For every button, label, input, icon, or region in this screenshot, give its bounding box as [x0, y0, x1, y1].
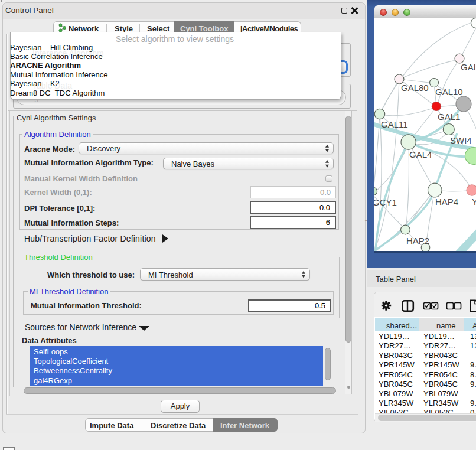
svg-text:GAL10: GAL10	[435, 87, 463, 97]
svg-text:GAL80: GAL80	[401, 83, 429, 93]
svg-text:HAP4: HAP4	[435, 197, 458, 207]
svg-text:YJ: YJ	[472, 197, 476, 207]
svg-text:GAL7: GAL7	[461, 62, 476, 72]
svg-text:GAL1: GAL1	[438, 112, 460, 122]
svg-text:GAL11: GAL11	[381, 119, 408, 129]
svg-text:HAP2: HAP2	[406, 236, 429, 246]
svg-text:SWI4: SWI4	[450, 135, 472, 145]
svg-text:GAL4: GAL4	[409, 149, 432, 159]
svg-text:GCY1: GCY1	[374, 197, 397, 207]
